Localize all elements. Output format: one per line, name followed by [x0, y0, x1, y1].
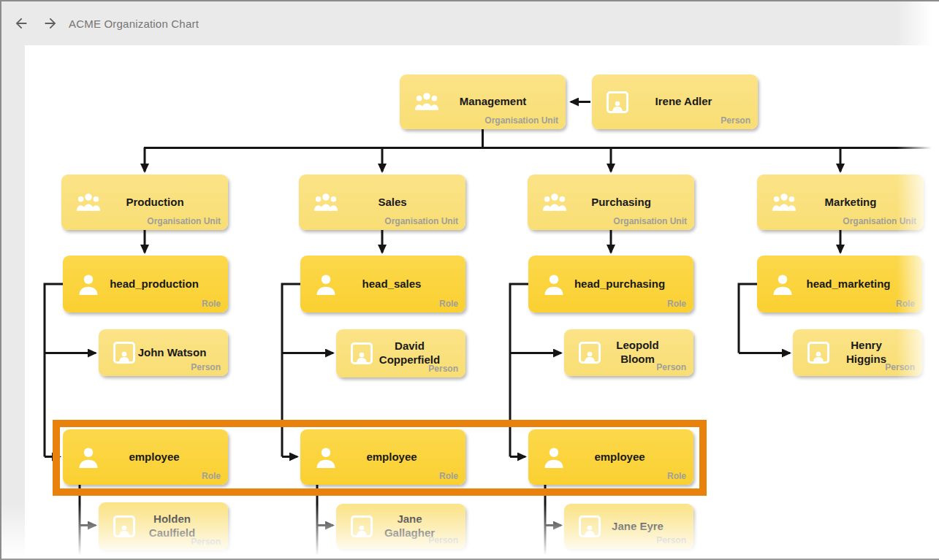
node-type-label: Organisation Unit [147, 216, 221, 226]
node-type-label: Person [885, 362, 915, 372]
node-irene-adler[interactable]: Irene Adler Person [592, 74, 758, 129]
role-icon [315, 273, 337, 295]
node-leopold-bloom[interactable]: Leopold Bloom Person [564, 329, 693, 376]
node-title: Management [439, 95, 557, 109]
org-unit-icon [313, 193, 338, 212]
org-chart-window: ACME Organization Chart [0, 0, 939, 560]
node-type-label: Organisation Unit [843, 216, 916, 226]
node-title: Production [101, 196, 219, 210]
node-title: Jane Eyre [601, 520, 685, 534]
node-type-label: Person [656, 362, 686, 372]
person-icon [607, 91, 628, 113]
node-jane-gallagher[interactable]: Jane Gallagher Person [336, 504, 465, 549]
node-type-label: Person [428, 535, 458, 545]
node-head-production[interactable]: head_production Role [63, 256, 228, 312]
person-icon [807, 342, 829, 364]
node-type-label: Organisation Unit [484, 115, 558, 126]
person-icon [113, 342, 135, 364]
node-type-label: Person [656, 535, 686, 545]
org-unit-icon [76, 193, 101, 212]
role-icon [772, 273, 794, 295]
node-title: Marketing [797, 196, 915, 210]
node-henry-higgins[interactable]: Henry Higgins Person [793, 329, 922, 376]
node-type-label: Person [721, 115, 750, 126]
node-type-label: Person [191, 537, 221, 547]
node-type-label: Role [202, 299, 221, 309]
person-icon [579, 342, 601, 364]
node-title: head_sales [337, 277, 457, 291]
node-type-label: Person [428, 364, 458, 374]
node-production[interactable]: Production Organisation Unit [61, 174, 228, 230]
person-icon [351, 342, 373, 364]
node-title: Purchasing [567, 196, 685, 210]
node-title: head_production [99, 277, 219, 291]
node-holden-caulfield[interactable]: Holden Caulfield Person [99, 502, 228, 551]
node-type-label: Role [896, 299, 915, 309]
node-title: head_purchasing [565, 277, 685, 291]
node-title: Irene Adler [628, 95, 749, 109]
node-management[interactable]: Management Organisation Unit [400, 74, 566, 129]
node-type-label: Organisation Unit [613, 216, 687, 226]
node-type-label: Role [667, 299, 686, 309]
node-sales[interactable]: Sales Organisation Unit [299, 174, 465, 230]
node-jane-eyre[interactable]: Jane Eyre Person [564, 504, 693, 549]
node-title: head_marketing [794, 277, 913, 291]
node-type-label: Role [439, 299, 458, 309]
node-head-sales[interactable]: head_sales Role [300, 256, 465, 312]
person-icon [351, 515, 373, 537]
node-title: John Watson [135, 346, 219, 360]
role-icon [543, 273, 565, 295]
node-type-label: Person [191, 362, 221, 372]
node-purchasing[interactable]: Purchasing Organisation Unit [528, 174, 694, 230]
node-type-label: Organisation Unit [384, 216, 458, 226]
person-icon [113, 515, 135, 537]
node-david-copperfield[interactable]: David Copperfield Person [336, 329, 465, 377]
org-unit-icon [414, 93, 439, 111]
node-head-marketing[interactable]: head_marketing Role [757, 256, 922, 312]
node-john-watson[interactable]: John Watson Person [99, 329, 228, 376]
node-title: Sales [338, 196, 457, 210]
node-head-purchasing[interactable]: head_purchasing Role [528, 256, 693, 312]
role-icon [77, 273, 99, 295]
org-unit-icon [542, 193, 567, 212]
node-marketing[interactable]: Marketing Organisation Unit [757, 174, 924, 230]
org-unit-icon [772, 193, 797, 212]
highlight-rectangle [53, 420, 707, 496]
person-icon [579, 515, 601, 537]
